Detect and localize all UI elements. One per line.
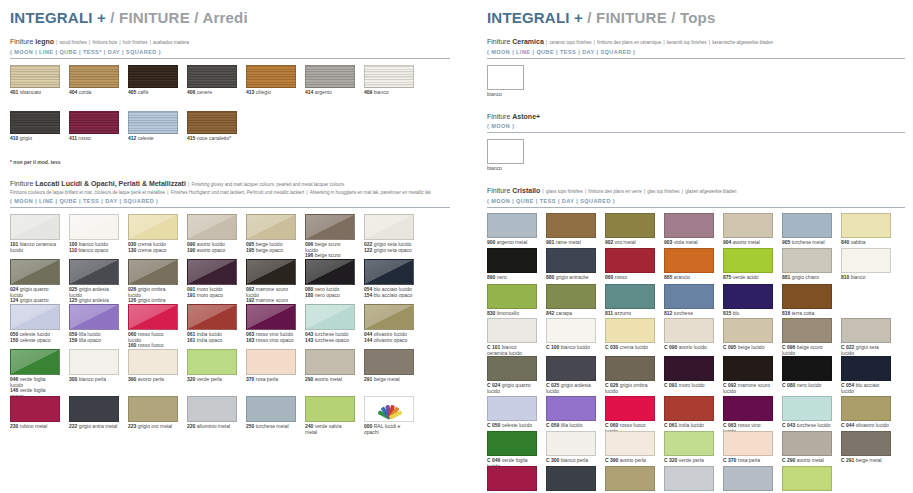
swatch-label-line: 180 nero opaco	[305, 293, 355, 299]
swatch-cell-865: 865 arancio	[664, 248, 714, 284]
color-swatch-C-025	[546, 356, 596, 381]
swatch-label-line: 860 rosso	[605, 275, 655, 281]
swatch-cell-C-220: C 220 alluminio metal	[664, 466, 714, 493]
swatch-label-line: 880 grigio antracite	[546, 275, 596, 281]
swatch-code: 405	[128, 89, 136, 95]
color-swatch-bianco	[487, 139, 524, 164]
swatch-code: 413	[246, 89, 254, 95]
color-swatch-C-060	[605, 396, 655, 421]
section-heading-tag: finitions bois	[92, 40, 117, 45]
swatch-code: 291	[364, 376, 372, 382]
color-swatch-412	[128, 111, 178, 134]
swatch-row: 101 bianco ceramica lucido100 bianco luc…	[10, 214, 450, 259]
swatch-cell-C-100: C 100 bianco lucido	[546, 318, 596, 356]
color-swatch-080	[305, 259, 355, 285]
swatch-label: C 026 grigio ombra lucido	[605, 383, 655, 394]
swatch-label-line: 881 grigio chiaro	[782, 275, 832, 281]
swatch-row: C 101 bianco ceramica lucidoC 100 bianco…	[487, 318, 905, 356]
section-heading-tag: finitions des plans en verre	[588, 189, 642, 194]
color-swatch-406	[187, 65, 237, 88]
color-swatch-043	[305, 304, 355, 330]
swatch-label-line: 143 turchese opaco	[305, 338, 355, 344]
swatch-row: C 230 rubino metalC 222 grigio antra met…	[487, 466, 905, 493]
swatch-cell-059: 059 lilla lucido159 lilla opaco	[69, 304, 119, 349]
swatch-label-line: 220 alluminio metal	[187, 424, 237, 430]
sections-arredi: Finiture legno|wood finishes|finitions b…	[10, 38, 450, 441]
swatch-cell-812: 812 turchese	[664, 284, 714, 318]
color-swatch-405	[128, 65, 178, 88]
swatch-label-line: 903 viola metal	[664, 240, 714, 246]
swatch-code: 901	[546, 239, 554, 245]
color-swatch-C-230	[487, 466, 537, 491]
swatch-label: C 061 india lucido	[664, 423, 714, 429]
swatch-code: 196	[305, 252, 313, 258]
swatch-label-line: 230 rubino metal	[10, 424, 60, 430]
swatch-label-line: 300 bianco perla	[69, 377, 119, 383]
swatch-code: 890	[487, 274, 495, 280]
section-heading-tag: glass tops finishes	[546, 189, 583, 194]
swatch-cell-101: 101 bianco ceramica lucido	[10, 214, 60, 259]
swatch-code: 222	[69, 423, 77, 429]
swatch-code: C 060	[605, 422, 618, 428]
swatch-label: C 291 beige metal	[841, 458, 891, 464]
swatch-label: 413 ciliegio	[246, 90, 296, 96]
swatch-code: C 091	[664, 382, 677, 388]
color-swatch-100	[69, 214, 119, 240]
page-title-arredi: INTEGRALI + / FINITURE / Arredi	[10, 9, 450, 26]
title-path: / FINITURE / Arredi	[110, 9, 247, 26]
swatch-cell-881: 881 grigio chiaro	[782, 248, 832, 284]
color-swatch-C-059	[546, 396, 596, 421]
swatch-code: 150	[10, 337, 18, 343]
swatch-cell-404: 404 corda	[69, 65, 119, 111]
section-heading-prefix: Finiture	[10, 38, 35, 45]
swatch-cell-046: 046 verde foglia lucido146 verde foglia …	[10, 349, 60, 396]
swatch-label: C 043 turchese lucido	[782, 423, 832, 429]
swatch-row: 410 grigio411 rosso412 celeste415 noce c…	[10, 111, 450, 157]
swatch-label-line: 890 nero	[487, 275, 537, 281]
swatch-code: 320	[187, 376, 195, 382]
swatch-label: 044 olivastro lucido144 olivastro opaco	[364, 332, 414, 343]
color-swatch-C-222	[546, 466, 596, 491]
swatch-label-line: C 095 beige lucido	[723, 345, 773, 351]
swatch-cell-054: 054 blu acciaio lucido154 blu acciaio op…	[364, 259, 414, 304]
swatch-label: 290 avorio metal	[305, 377, 355, 383]
swatch-code: C 044	[841, 422, 854, 428]
tag-separator: |	[663, 39, 665, 45]
color-swatch-C-022	[841, 318, 891, 343]
color-swatch-905	[782, 213, 832, 238]
color-swatch-370	[246, 349, 296, 375]
swatch-row: C 024 grigio quarzo lucidoC 025 grigio a…	[487, 356, 905, 396]
swatch-code: C 024	[487, 382, 500, 388]
swatch-label: C 030 crema lucido	[605, 345, 655, 351]
swatch-label: 250 turchese metal	[246, 424, 296, 430]
swatch-label-line: C 320 verde perla	[664, 458, 714, 464]
section-cristallo: Finiture Cristallo|glass tops finishes|f…	[487, 187, 905, 493]
swatch-code: 060	[128, 331, 136, 337]
swatch-label: 054 blu acciaio lucido154 blu acciaio op…	[364, 287, 414, 298]
color-swatch-C-050	[487, 396, 537, 421]
brand-label: INTEGRALI +	[487, 9, 583, 26]
section-heading-name: Ceramica	[512, 38, 544, 45]
section-heading-tag: keramische afgewerkte bladen	[712, 40, 773, 45]
swatch-code: 370	[246, 376, 254, 382]
swatch-cell-061: 061 india lucido161 india opaco	[187, 304, 237, 349]
color-swatch-024	[10, 259, 60, 285]
color-swatch-222	[69, 396, 119, 422]
swatch-cell-240: 240 verde salvia metal	[305, 396, 355, 441]
color-swatch-050	[10, 304, 60, 330]
color-swatch-810	[841, 248, 891, 273]
swatch-label: C 025 grigio ardesia lucido	[546, 383, 596, 394]
swatch-cell-223: 223 grigio oro metal	[128, 396, 178, 441]
color-swatch-101	[10, 214, 60, 240]
section-heading-name: Astone+	[512, 113, 540, 120]
swatch-code: C 390	[605, 457, 618, 463]
swatch-label: 061 india lucido161 india opaco	[187, 332, 237, 343]
color-swatch-410	[10, 111, 60, 134]
color-swatch-811	[605, 284, 655, 309]
color-swatch-C-250	[723, 466, 773, 491]
swatch-label-line: 410 grigio	[10, 136, 60, 142]
swatch-cell-222: 222 grigio antra metal	[69, 396, 119, 441]
swatch-row: 890 nero880 grigio antracite860 rosso865…	[487, 248, 905, 284]
color-swatch-840	[841, 213, 891, 238]
color-swatch-090	[187, 214, 237, 240]
